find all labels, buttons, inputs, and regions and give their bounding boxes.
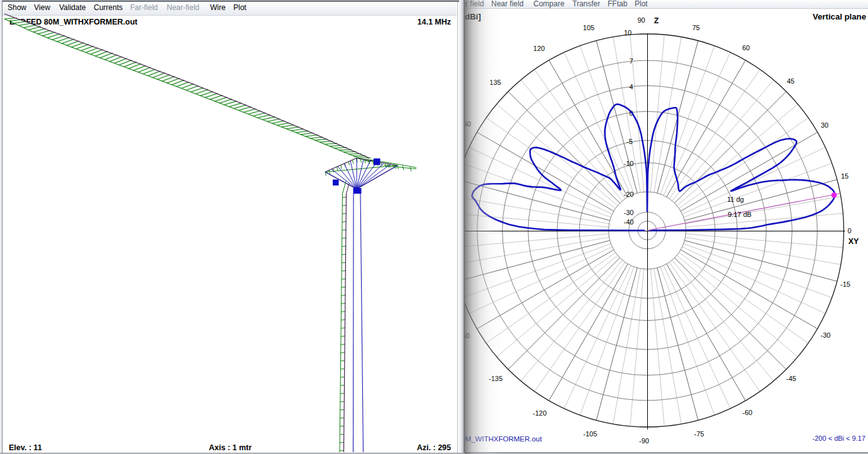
svg-text:-45: -45 (786, 375, 796, 382)
svg-text:-15: -15 (840, 280, 850, 288)
svg-text:30: 30 (821, 121, 828, 129)
svg-text:90: 90 (637, 16, 645, 24)
svg-text:120: 120 (533, 45, 545, 52)
svg-text:75: 75 (692, 24, 699, 31)
svg-text:0: 0 (847, 227, 851, 235)
svg-text:-75: -75 (694, 430, 704, 438)
svg-text:-5: -5 (626, 138, 633, 145)
svg-text:15: 15 (841, 172, 849, 180)
svg-text:7: 7 (629, 57, 633, 65)
svg-text:-105: -105 (583, 430, 597, 438)
svg-text:XY: XY (849, 237, 859, 246)
svg-text:4: 4 (629, 83, 633, 91)
svg-text:-10: -10 (624, 160, 634, 167)
svg-text:60: 60 (742, 44, 750, 52)
svg-text:10: 10 (624, 29, 632, 36)
svg-text:-40: -40 (624, 218, 634, 226)
svg-text:-20: -20 (624, 191, 634, 198)
svg-text:45: 45 (787, 77, 794, 85)
svg-text:9.17 dB: 9.17 dB (728, 211, 752, 218)
svg-text:-120: -120 (533, 409, 547, 417)
svg-text:105: 105 (583, 24, 594, 31)
svg-text:Z: Z (654, 16, 659, 25)
svg-text:-30: -30 (624, 209, 634, 216)
svg-text:11 dg: 11 dg (727, 196, 744, 203)
svg-text:Vertical plane: Vertical plane (813, 12, 866, 21)
svg-text:-30: -30 (821, 331, 831, 339)
svg-text:-200 < dBi < 9.17: -200 < dBi < 9.17 (813, 435, 865, 442)
svg-text:-90: -90 (639, 437, 649, 445)
svg-text:-60: -60 (742, 409, 752, 416)
